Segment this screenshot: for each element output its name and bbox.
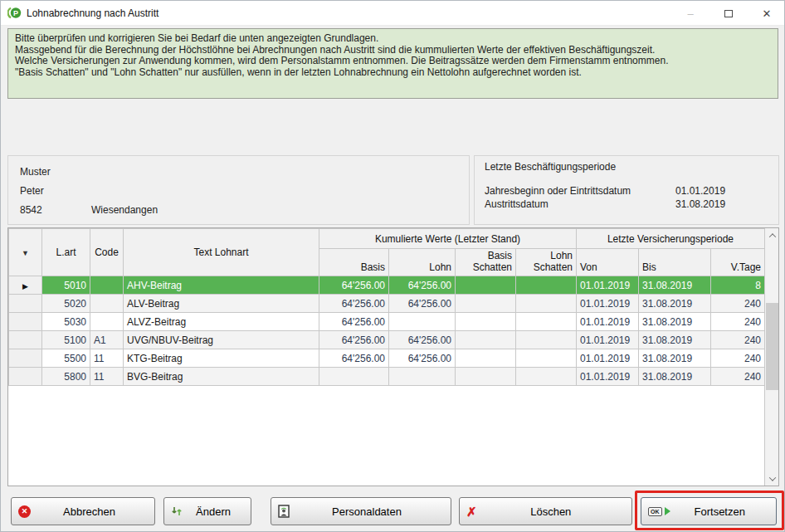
personnel-data-button[interactable]: Personaldaten (271, 497, 451, 525)
cell-lart[interactable]: 5800 (42, 368, 90, 386)
row-selector[interactable] (9, 313, 42, 331)
cell-von[interactable]: 01.01.2019 (577, 349, 639, 368)
change-button[interactable]: Ändern (163, 497, 251, 525)
cell-code[interactable] (90, 313, 124, 331)
cell-lohn-schatten[interactable] (516, 295, 577, 313)
cell-lohn[interactable] (389, 313, 456, 331)
table-row[interactable]: ▶ 5010 AHV-Beitrag 64'256.00 64'256.00 0… (9, 276, 765, 295)
cell-vtage[interactable]: 240 (711, 331, 765, 349)
cell-basis-schatten[interactable] (456, 295, 516, 313)
cell-basis-schatten[interactable] (456, 276, 516, 295)
row-selector[interactable] (9, 331, 42, 349)
info-box: Bitte überprüfen und korrigieren Sie bei… (7, 28, 778, 99)
cell-code[interactable] (90, 295, 124, 313)
cell-basis[interactable]: 64'256.00 (319, 331, 389, 349)
period-title: Letzte Beschäftigungsperiode (485, 161, 768, 173)
cell-bis[interactable]: 31.08.2019 (639, 368, 711, 386)
cell-lohn-schatten[interactable] (516, 349, 577, 368)
cell-bis[interactable]: 31.08.2019 (639, 313, 711, 331)
row-selector[interactable]: ▶ (9, 276, 42, 295)
cell-bis[interactable]: 31.08.2019 (639, 295, 711, 313)
vertical-scrollbar[interactable] (764, 228, 778, 486)
cell-vtage[interactable]: 240 (711, 349, 765, 368)
svg-text:P: P (13, 9, 18, 17)
cell-basis[interactable]: 64'256.00 (319, 295, 389, 313)
cell-lohn[interactable]: 64'256.00 (389, 295, 456, 313)
cell-lohn[interactable]: 64'256.00 (389, 331, 456, 349)
row-selector[interactable] (9, 349, 42, 368)
delete-button-label: Löschen (477, 505, 625, 518)
cell-basis[interactable] (319, 368, 389, 386)
cell-text[interactable]: UVG/NBUV-Beitrag (124, 331, 319, 349)
info-line-3: Welche Versicherungen zur Anwendung komm… (15, 56, 771, 67)
cell-lart[interactable]: 5020 (42, 295, 90, 313)
col-header-von: Von (577, 249, 639, 276)
person-zip: 8542 (20, 201, 91, 220)
table-row[interactable]: 5030 ALVZ-Beitrag 64'256.00 01.01.2019 3… (9, 313, 765, 331)
cell-basis-schatten[interactable] (456, 349, 516, 368)
col-header-lohn-schatten: Lohn Schatten (516, 249, 577, 276)
col-header-basis: Basis (319, 249, 389, 276)
cell-text[interactable]: ALVZ-Beitrag (124, 313, 319, 331)
cell-lart[interactable]: 5100 (42, 331, 90, 349)
cell-lart[interactable]: 5030 (42, 313, 90, 331)
cell-bis[interactable]: 31.08.2019 (639, 331, 711, 349)
scroll-up-button[interactable] (765, 228, 779, 242)
cell-lart[interactable]: 5500 (42, 349, 90, 368)
scroll-down-button[interactable] (765, 471, 779, 486)
cell-lohn-schatten[interactable] (516, 276, 577, 295)
cancel-circle-icon: ✕ (18, 505, 31, 518)
col-header-vtage: V.Tage (711, 249, 765, 276)
person-card-icon (278, 505, 290, 518)
continue-button[interactable]: OK Fortsetzen (641, 497, 777, 525)
cell-basis[interactable]: 64'256.00 (319, 313, 389, 331)
table-row[interactable]: 5800 11 BVG-Beitrag 01.01.2019 31.08.201… (9, 368, 765, 386)
chevron-down-icon: ▼ (22, 249, 29, 257)
cell-lohn[interactable]: 64'256.00 (389, 349, 456, 368)
cell-basis[interactable]: 64'256.00 (319, 276, 389, 295)
table-row[interactable]: 5500 11 KTG-Beitrag 64'256.00 64'256.00 … (9, 349, 765, 368)
cell-von[interactable]: 01.01.2019 (577, 276, 639, 295)
delete-button[interactable]: ✗ Löschen (459, 497, 632, 525)
close-button[interactable]: ✕ (748, 1, 785, 26)
cell-lohn[interactable]: 64'256.00 (389, 276, 456, 295)
cell-basis[interactable]: 64'256.00 (319, 349, 389, 368)
row-selector[interactable] (9, 295, 42, 313)
cell-lart[interactable]: 5010 (42, 276, 90, 295)
row-selector[interactable] (9, 368, 42, 386)
play-icon (665, 507, 670, 515)
cell-text[interactable]: KTG-Beitrag (124, 349, 319, 368)
cell-bis[interactable]: 31.08.2019 (639, 276, 711, 295)
cell-lohn-schatten[interactable] (516, 331, 577, 349)
cell-lohn-schatten[interactable] (516, 313, 577, 331)
cell-von[interactable]: 01.01.2019 (577, 295, 639, 313)
minimize-button[interactable]: – (671, 1, 709, 26)
cell-vtage[interactable]: 240 (711, 313, 765, 331)
scrollbar-thumb[interactable] (766, 303, 778, 390)
cell-basis-schatten[interactable] (456, 313, 516, 331)
cell-vtage[interactable]: 240 (711, 368, 765, 386)
cell-code[interactable]: A1 (90, 331, 124, 349)
cell-von[interactable]: 01.01.2019 (577, 368, 639, 386)
cell-code[interactable]: 11 (90, 349, 124, 368)
cell-basis-schatten[interactable] (456, 331, 516, 349)
cancel-button[interactable]: ✕ Abbrechen (11, 497, 155, 525)
cell-vtage[interactable]: 8 (711, 276, 765, 295)
cell-code[interactable]: 11 (90, 368, 124, 386)
cell-lohn-schatten[interactable] (516, 368, 577, 386)
person-box: Muster Peter 8542Wiesendangen (7, 155, 470, 225)
cell-lohn[interactable] (389, 368, 456, 386)
cell-von[interactable]: 01.01.2019 (577, 331, 639, 349)
cell-text[interactable]: BVG-Beitrag (124, 368, 319, 386)
cell-text[interactable]: ALV-Beitrag (124, 295, 319, 313)
table-row[interactable]: 5100 A1 UVG/NBUV-Beitrag 64'256.00 64'25… (9, 331, 765, 349)
cell-vtage[interactable]: 240 (711, 295, 765, 313)
cell-text[interactable]: AHV-Beitrag (124, 276, 319, 295)
grid-dropdown-header[interactable]: ▼ (9, 229, 42, 276)
cell-basis-schatten[interactable] (456, 368, 516, 386)
maximize-button[interactable] (709, 1, 748, 26)
table-row[interactable]: 5020 ALV-Beitrag 64'256.00 64'256.00 01.… (9, 295, 765, 313)
cell-bis[interactable]: 31.08.2019 (639, 349, 711, 368)
cell-von[interactable]: 01.01.2019 (577, 313, 639, 331)
cell-code[interactable] (90, 276, 124, 295)
